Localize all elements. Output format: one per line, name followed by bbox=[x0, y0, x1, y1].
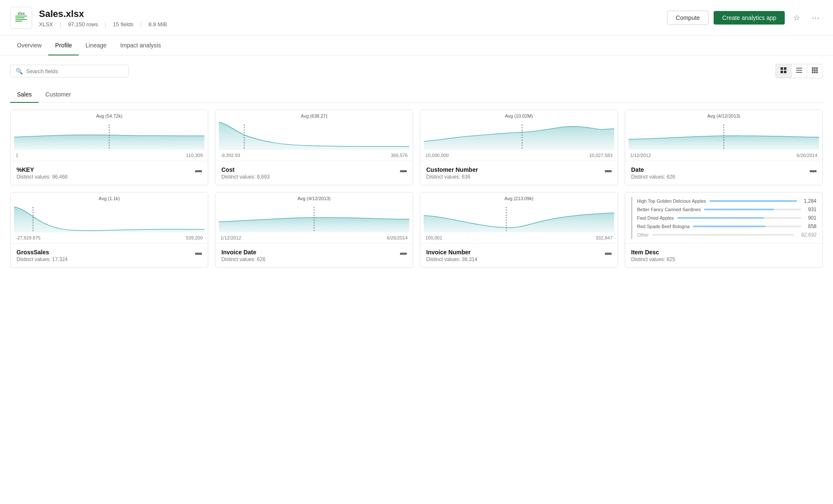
tab-overview[interactable]: Overview bbox=[10, 36, 48, 55]
svg-rect-2 bbox=[781, 71, 783, 73]
search-box[interactable]: 🔍 bbox=[10, 65, 129, 77]
invoice-date-chart bbox=[219, 203, 409, 232]
item-name-other: Other bbox=[637, 232, 649, 237]
svg-rect-11 bbox=[814, 69, 816, 71]
card-gross-sales: Avg (1.1k) -27,929.875 539,200 GrossSale… bbox=[10, 192, 208, 268]
file-type: XLSX bbox=[39, 21, 53, 28]
customer-number-footer: Customer Number Distinct values: 636 ▬ bbox=[420, 161, 618, 185]
pct-key-avg-label: Avg (54.72k) bbox=[14, 113, 204, 118]
item-desc-bar bbox=[631, 197, 632, 239]
tab-profile[interactable]: Profile bbox=[48, 36, 79, 55]
card-pct-key: Avg (54.72k) 1 110,309 %KEY Distinct val… bbox=[10, 110, 208, 185]
file-icon: xlsx bbox=[10, 7, 32, 29]
gross-sales-chart bbox=[14, 203, 204, 232]
item-count-other: 92,692 bbox=[801, 232, 816, 238]
file-name: Sales.xlsx bbox=[39, 8, 660, 19]
svg-rect-14 bbox=[814, 72, 816, 73]
list-view-button[interactable] bbox=[792, 64, 807, 78]
customer-number-avg-label: Avg (10.02M) bbox=[424, 113, 614, 118]
pct-key-range: 1 110,309 bbox=[14, 151, 204, 158]
date-distinct: Distinct values: 626 bbox=[631, 174, 675, 180]
item-count-4: 858 bbox=[808, 223, 816, 229]
invoice-date-avg-label: Avg (4/12/2013) bbox=[219, 196, 409, 201]
card-date: Avg (4/12/2013) 1/12/2012 6/26/2014 Date… bbox=[625, 110, 823, 185]
grid-view-button[interactable] bbox=[776, 64, 792, 78]
pct-key-name: %KEY bbox=[17, 166, 68, 173]
item-row-2: Better Fancy Canned Sardines 931 bbox=[637, 205, 816, 214]
card-invoice-date: Avg (4/12/2013) 1/12/2012 6/26/2014 Invo… bbox=[215, 192, 413, 268]
customer-number-chart-icon: ▬ bbox=[605, 166, 612, 174]
item-name-1: High Top Golden Delcious Apples bbox=[637, 198, 706, 204]
cost-chart bbox=[219, 120, 409, 150]
svg-rect-8 bbox=[814, 67, 816, 69]
card-item-desc: High Top Golden Delcious Apples 1,284 Be… bbox=[625, 192, 823, 268]
search-input[interactable] bbox=[26, 68, 123, 74]
sub-tab-customer[interactable]: Customer bbox=[39, 87, 78, 103]
sub-tabs: Sales Customer bbox=[10, 87, 823, 103]
more-options-button[interactable]: ⋯ bbox=[808, 11, 823, 24]
gross-sales-footer: GrossSales Distinct values: 17,324 ▬ bbox=[11, 243, 208, 267]
card-invoice-number: Avg (213.09k) 100,001 332,847 Invoice Nu… bbox=[420, 192, 618, 268]
invoice-number-chart-icon: ▬ bbox=[605, 249, 612, 256]
star-button[interactable]: ☆ bbox=[790, 11, 803, 24]
gross-sales-chart-icon: ▬ bbox=[195, 249, 202, 256]
cost-avg-label: Avg (638.27) bbox=[219, 113, 409, 118]
item-count-1: 1,284 bbox=[804, 198, 816, 204]
item-desc-footer: Item Desc Distinct values: 825 bbox=[625, 243, 822, 267]
pct-key-chart bbox=[14, 120, 204, 150]
item-name-4: Red Spade Beef Bologna bbox=[637, 224, 690, 229]
sub-tab-sales[interactable]: Sales bbox=[10, 87, 39, 103]
table-view-button[interactable] bbox=[807, 64, 822, 78]
invoice-number-footer: Invoice Number Distinct values: 38,314 ▬ bbox=[420, 243, 618, 267]
invoice-date-range: 1/12/2012 6/26/2014 bbox=[219, 234, 409, 240]
invoice-date-name: Invoice Date bbox=[221, 249, 265, 256]
search-row: 🔍 bbox=[10, 64, 823, 78]
gross-sales-distinct: Distinct values: 17,324 bbox=[17, 256, 68, 262]
card-cost: Avg (638.27) -9,392.93 366,576 Cost Dist… bbox=[215, 110, 413, 185]
item-row-1: High Top Golden Delcious Apples 1,284 bbox=[637, 197, 816, 205]
cards-grid: Avg (54.72k) 1 110,309 %KEY Distinct val… bbox=[10, 110, 823, 268]
invoice-number-range: 100,001 332,847 bbox=[424, 234, 614, 240]
svg-rect-4 bbox=[796, 68, 802, 69]
svg-rect-13 bbox=[812, 72, 814, 73]
svg-rect-5 bbox=[796, 70, 802, 71]
tab-impact-analysis[interactable]: Impact analysis bbox=[113, 36, 168, 55]
svg-rect-1 bbox=[784, 67, 786, 70]
pct-key-chart-icon: ▬ bbox=[195, 166, 202, 174]
cost-range: -9,392.93 366,576 bbox=[219, 151, 409, 158]
item-row-3: Fast Dried Apples 901 bbox=[637, 214, 816, 222]
gross-sales-avg-label: Avg (1.1k) bbox=[14, 196, 204, 201]
date-chart bbox=[629, 120, 819, 150]
item-name-3: Fast Dried Apples bbox=[637, 215, 674, 220]
tab-lineage[interactable]: Lineage bbox=[79, 36, 113, 55]
item-count-3: 901 bbox=[808, 215, 816, 221]
card-customer-number: Avg (10.02M) 10,000,000 10,027,583 Custo… bbox=[420, 110, 618, 185]
pct-key-footer: %KEY Distinct values: 96,466 ▬ bbox=[11, 161, 208, 185]
item-row-4: Red Spade Beef Bologna 858 bbox=[637, 222, 816, 231]
file-meta: XLSX | 97,150 rows | 15 fields | 8.9 MiB bbox=[39, 21, 660, 28]
invoice-number-name: Invoice Number bbox=[426, 249, 477, 256]
item-desc-items: High Top Golden Delcious Apples 1,284 Be… bbox=[631, 197, 816, 239]
compute-button[interactable]: Compute bbox=[667, 11, 709, 25]
customer-number-name: Customer Number bbox=[426, 166, 478, 173]
invoice-date-chart-icon: ▬ bbox=[400, 249, 407, 256]
search-icon: 🔍 bbox=[16, 68, 23, 74]
svg-rect-0 bbox=[781, 67, 783, 70]
file-rows: 97,150 rows bbox=[68, 21, 98, 28]
item-name-2: Better Fancy Canned Sardines bbox=[637, 207, 701, 212]
svg-rect-9 bbox=[816, 67, 818, 69]
date-range: 1/12/2012 6/26/2014 bbox=[629, 151, 819, 158]
item-row-other: Other 92,692 bbox=[637, 231, 816, 239]
svg-rect-15 bbox=[816, 72, 818, 73]
header-actions: Compute Create analytics app ☆ ⋯ bbox=[667, 11, 823, 25]
invoice-date-footer: Invoice Date Distinct values: 626 ▬ bbox=[215, 243, 413, 267]
svg-rect-10 bbox=[812, 69, 814, 71]
date-name: Date bbox=[631, 166, 675, 173]
page-header: xlsx Sales.xlsx XLSX | 97,150 rows | 15 … bbox=[0, 0, 833, 36]
cost-name: Cost bbox=[221, 166, 270, 173]
invoice-number-avg-label: Avg (213.09k) bbox=[424, 196, 614, 201]
date-avg-label: Avg (4/12/2013) bbox=[629, 113, 819, 118]
pct-key-distinct: Distinct values: 96,466 bbox=[17, 174, 68, 180]
cost-footer: Cost Distinct values: 8,693 ▬ bbox=[215, 161, 413, 185]
create-analytics-button[interactable]: Create analytics app bbox=[714, 11, 785, 25]
